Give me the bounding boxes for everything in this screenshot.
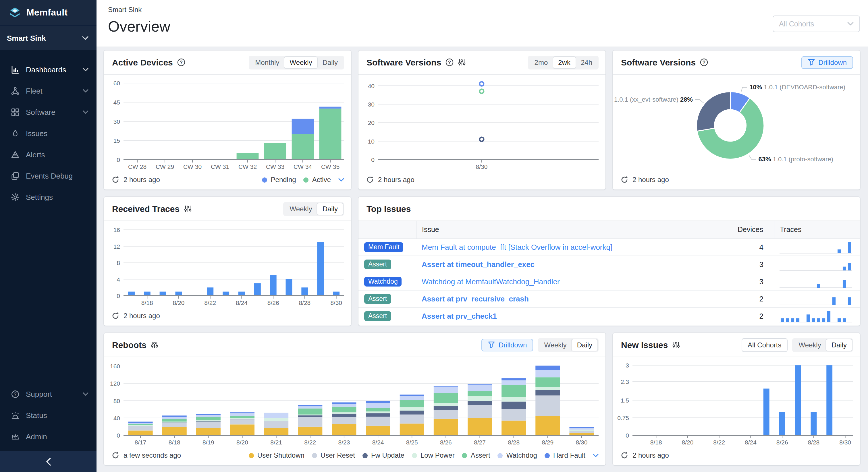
svg-text:8/27: 8/27 [474,439,486,446]
refresh-icon[interactable] [620,176,628,184]
card-software-versions-scatter: Software Versions ? 2mo2wk24h 0102030408… [359,51,606,189]
issue-link[interactable]: Assert at prv_check1 [422,312,497,320]
issue-type-badge: Assert [364,294,391,304]
toggle-daily[interactable]: Daily [317,203,343,215]
svg-text:8/29: 8/29 [542,439,554,446]
help-icon[interactable]: ? [700,58,708,67]
legend-item[interactable]: User Shutdown [249,451,305,460]
sidebar-item-label: Issues [26,129,89,138]
svg-text:0: 0 [371,156,375,163]
sliders-icon[interactable] [672,341,680,349]
toggle-monthly[interactable]: Monthly [250,57,284,68]
issue-link[interactable]: Assert at timeout_handler_exec [422,260,534,269]
legend-label: Active [312,176,331,184]
breadcrumb[interactable]: Smart Sink [108,6,860,14]
sidebar-item-status[interactable]: Status [0,405,96,426]
traces-sparkline [779,257,852,271]
drilldown-button[interactable]: Drilldown [801,56,853,69]
help-icon[interactable]: ? [177,58,186,67]
refresh-icon[interactable] [112,312,120,320]
card-reboots: Reboots Drilldown WeeklyDaily 0408012016… [104,333,606,465]
sliders-icon[interactable] [151,341,159,349]
issue-link[interactable]: Mem Fault at compute_fft [Stack Overflow… [422,243,612,251]
svg-text:10% 1.0.1 (DEVBOARD-software): 10% 1.0.1 (DEVBOARD-software) [749,84,845,91]
legend-expand-chevron-icon[interactable] [338,178,344,182]
sliders-icon[interactable] [184,204,192,213]
toggle-weekly[interactable]: Weekly [284,57,317,68]
svg-text:0: 0 [117,156,120,163]
traces-sparkline [779,275,852,288]
sidebar-collapse-button[interactable] [0,451,96,472]
refresh-icon[interactable] [112,451,120,460]
issue-link[interactable]: Watchdog at MemfaultWatchdog_Handler [422,277,560,286]
drilldown-button[interactable]: Drilldown [482,339,533,351]
sidebar-item-issues[interactable]: Issues [0,123,96,144]
svg-text:10: 10 [368,138,375,145]
toggle-daily[interactable]: Daily [317,57,343,68]
svg-text:8/20: 8/20 [237,439,248,446]
sliders-icon[interactable] [458,58,466,67]
legend-label: Watchdog [506,451,537,460]
column-header-traces[interactable]: Traces [774,221,860,238]
svg-text:CW 30: CW 30 [183,163,202,170]
svg-text:0: 0 [117,432,120,439]
chevron-down-icon [83,68,89,72]
sidebar-item-dashboards[interactable]: Dashboards [0,59,96,81]
sidebar-item-label: Dashboards [26,65,76,74]
chart-legend: PendingActive [262,176,344,184]
svg-text:8/22: 8/22 [204,300,216,306]
sidebar-item-fleet[interactable]: Fleet [0,81,96,102]
help-icon[interactable]: ? [445,58,454,67]
svg-text:8/22: 8/22 [713,439,725,446]
memfault-dashboard: Memfault Smart Sink DashboardsFleetSoftw… [0,0,868,472]
sidebar-item-events-debug[interactable]: Events Debug [0,165,96,187]
card-new-issues: New Issues All Cohorts WeeklyDaily 00.75… [613,333,860,465]
svg-text:8/20: 8/20 [173,300,185,306]
cohorts-filter-button[interactable]: All Cohorts [741,338,787,352]
column-header-devices[interactable]: Devices [722,221,774,238]
svg-text:CW 28: CW 28 [128,163,147,170]
toggle-daily[interactable]: Daily [572,339,597,351]
project-selector[interactable]: Smart Sink [0,25,96,50]
legend-item[interactable]: Assert [462,451,490,460]
card-title: New Issues [621,340,680,350]
legend-dot-icon [412,453,417,458]
sidebar-item-alerts[interactable]: Alerts [0,144,96,165]
refresh-icon[interactable] [366,176,374,184]
sidebar-item-label: Fleet [26,87,76,95]
legend-item[interactable]: Hard Fault [545,451,585,460]
sidebar-item-settings[interactable]: Settings [0,187,96,208]
toggle-24h[interactable]: 24h [576,57,597,68]
sidebar-item-support[interactable]: ?Support [0,384,96,405]
logo[interactable]: Memfault [0,0,96,25]
card-top-issues: Top Issues Issue Devices Traces [359,197,860,325]
legend-item[interactable]: Watchdog [498,451,537,460]
toggle-2mo[interactable]: 2mo [529,57,553,68]
toggle-daily[interactable]: Daily [826,339,852,351]
svg-text:?: ? [703,60,706,65]
toggle-weekly[interactable]: Weekly [284,203,317,215]
legend-expand-chevron-icon[interactable] [593,453,598,458]
legend-item[interactable]: Pending [262,176,296,184]
legend-item[interactable]: Fw Update [363,451,404,460]
fleet-icon [11,87,20,95]
legend-item[interactable]: User Reset [312,451,355,460]
page-header: Smart Sink Overview All Cohorts [96,0,868,46]
cohorts-dropdown[interactable]: All Cohorts [773,15,860,32]
legend-label: Low Power [421,451,455,460]
events-debug-icon [11,172,20,180]
refresh-icon[interactable] [112,176,120,184]
legend-dot-icon [498,453,503,458]
issue-link[interactable]: Assert at prv_recursive_crash [422,294,529,303]
column-header-issue[interactable]: Issue [416,221,722,238]
funnel-icon [488,341,495,349]
legend-item[interactable]: Active [304,176,331,184]
toggle-2wk[interactable]: 2wk [553,57,576,68]
sidebar-item-software[interactable]: Software [0,102,96,123]
refresh-icon[interactable] [620,451,628,460]
toggle-weekly[interactable]: Weekly [539,339,571,351]
svg-text:8/30: 8/30 [476,163,488,170]
sidebar-item-admin[interactable]: Admin [0,426,96,447]
legend-item[interactable]: Low Power [412,451,455,460]
toggle-weekly[interactable]: Weekly [793,339,826,351]
